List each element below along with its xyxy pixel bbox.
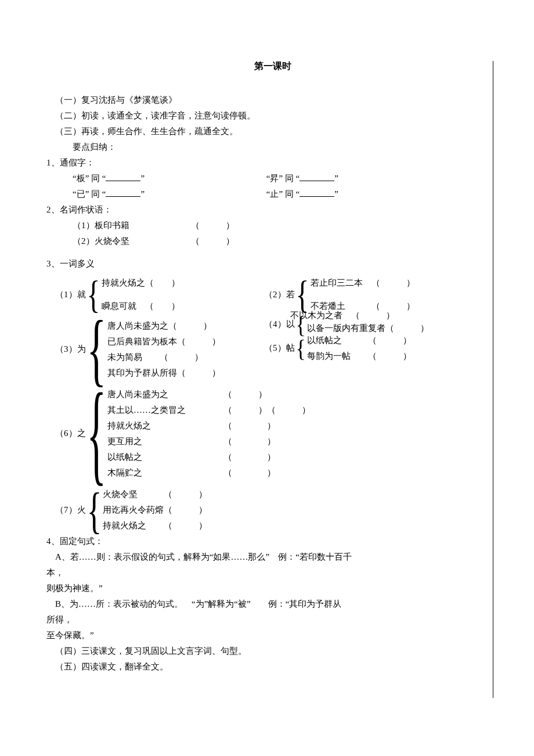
brace-icon: { <box>86 472 103 548</box>
section-2: （二）初读，读通全文，读准字音，注意句读停顿。 <box>55 108 499 124</box>
polysemy-7: （7）火 { 火烧令坚 （ ） 用讫再火令药熔（ ） 持就火炀之 （ ） <box>55 487 499 534</box>
p4-a-line2: 本， <box>46 565 499 581</box>
section-4: （四）三读课文，复习巩固以上文言字词、句型。 <box>55 643 499 659</box>
blank <box>106 172 140 181</box>
point-3-title: 3、一词多义 <box>46 256 499 272</box>
polysemy-row-3-4-5: （3）为 { 唐人尚未盛为之（ ） 已后典籍皆为板本（ ） 未为简易 （ ） 其… <box>46 318 499 381</box>
polysemy-row-1-2: （1）就 { 持就火炀之（ ） 瞬息可就 （ ） （2）若 { 若止印三二本 （… <box>46 272 499 318</box>
list-item: 木隔贮之（ ） <box>107 465 311 481</box>
list-item: 唐人尚未盛为之（ ） <box>107 387 311 402</box>
p4-b-line3: 至今保藏。” <box>46 628 499 643</box>
list-item: 其土以……之类冒之（ ）（ ） <box>107 402 311 418</box>
blank <box>300 188 334 197</box>
list-item: 更互用之（ ） <box>107 434 311 449</box>
point-4-title: 4、固定句式： <box>46 534 499 549</box>
brace-icon: { <box>295 329 307 367</box>
section-3: （三）再读，师生合作、生生合作，疏通全文。 <box>55 124 499 139</box>
polysemy-6: （6）之 { 唐人尚未盛为之（ ）其土以……之类冒之（ ）（ ）持就火炀之（ ）… <box>55 387 499 481</box>
p2-item-1: （1）板印书籍 （ ） <box>73 218 499 233</box>
blank <box>106 188 140 197</box>
section-5: （五）四读课文，翻译全文。 <box>55 659 499 675</box>
vertical-rule <box>493 61 493 698</box>
tongjia-row-1: “板” 同 “” “昇” 同 “” <box>73 171 499 186</box>
p4-a-line1: A、若……则：表示假设的句式，解释为“如果……那么” 例：“若印数十百千 <box>55 549 499 565</box>
p2-item-2: （2）火烧令坚 （ ） <box>73 233 499 249</box>
p4-b-line2: 所得， <box>46 612 499 628</box>
p4-a-line3: 则极为神速。” <box>46 581 499 596</box>
blank <box>300 172 334 181</box>
point-1-title: 1、通假字： <box>46 155 499 171</box>
list-item: 以纸帖之（ ） <box>107 449 311 465</box>
section-1: （一）复习沈括与《梦溪笔谈》 <box>55 92 499 108</box>
point-2-title: 2、名词作状语： <box>46 202 499 218</box>
keypoints-label: 要点归纳： <box>73 139 499 155</box>
page-title: 第一课时 <box>46 58 499 75</box>
tongjia-row-2: “已” 同 “” “止” 同 “” <box>73 186 499 202</box>
list-item: 持就火炀之（ ） <box>107 418 311 434</box>
p4-b-line1: B、为……所：表示被动的句式。 “为”解释为“被” 例：“其印为予群从 <box>55 596 499 612</box>
